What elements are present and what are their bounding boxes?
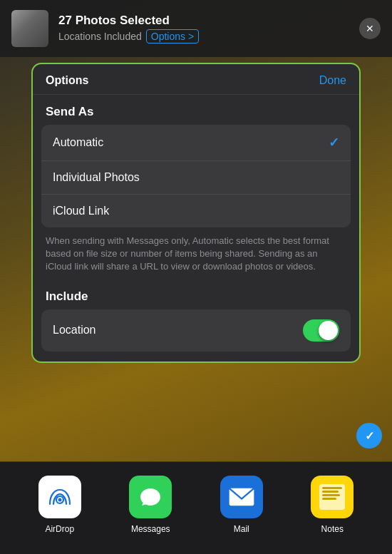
include-section: Include Location — [33, 284, 359, 352]
selection-check-circle: ✓ — [356, 423, 382, 448]
share-bar: AirDrop Messages Mail Notes — [0, 461, 392, 554]
check-circle-checkmark: ✓ — [365, 429, 374, 443]
location-item: Location — [41, 309, 351, 352]
options-panel-title: Options — [46, 74, 88, 87]
header-subtitle: Locations Included Options > — [58, 29, 359, 43]
individual-photos-label: Individual Photos — [53, 171, 140, 184]
mail-icon — [228, 488, 255, 506]
location-toggle[interactable] — [303, 319, 339, 342]
airdrop-icon-bg — [38, 476, 81, 518]
done-button[interactable]: Done — [319, 74, 346, 87]
description-text: When sending with Messages only, Automat… — [33, 227, 359, 284]
send-as-label: Send As — [33, 95, 359, 125]
location-label: Location — [53, 324, 96, 337]
notes-icon-bg — [311, 476, 354, 518]
messages-icon — [138, 484, 163, 510]
messages-icon-bg — [129, 476, 172, 518]
header-text: 27 Photos Selected Locations Included Op… — [58, 14, 359, 43]
notes-line-2 — [322, 491, 338, 493]
automatic-label: Automatic — [53, 136, 103, 149]
send-option-automatic[interactable]: Automatic ✓ — [41, 125, 351, 160]
notes-line-1 — [322, 487, 342, 489]
send-option-icloud[interactable]: iCloud Link — [41, 194, 351, 227]
options-link[interactable]: Options > — [146, 29, 199, 43]
photos-selected-title: 27 Photos Selected — [58, 14, 359, 28]
automatic-checkmark: ✓ — [329, 135, 339, 150]
thumbnail-image — [11, 10, 48, 47]
notes-label: Notes — [321, 524, 344, 534]
airdrop-icon — [47, 484, 73, 510]
close-button[interactable]: ✕ — [359, 18, 381, 39]
svg-point-1 — [58, 498, 61, 501]
send-option-individual[interactable]: Individual Photos — [41, 160, 351, 194]
airdrop-label: AirDrop — [45, 524, 74, 534]
mail-icon-bg — [220, 476, 263, 518]
thumbnail — [11, 10, 48, 47]
notes-line-3 — [322, 494, 340, 496]
mail-label: Mail — [234, 524, 249, 534]
include-label: Include — [33, 287, 359, 309]
options-panel-header: Options Done — [33, 64, 359, 95]
icloud-link-label: iCloud Link — [53, 205, 109, 217]
options-panel: Options Done Send As Automatic ✓ Individ… — [31, 63, 361, 363]
mail-share-item[interactable]: Mail — [220, 476, 263, 534]
notes-share-item[interactable]: Notes — [311, 476, 354, 534]
messages-label: Messages — [131, 524, 170, 534]
toggle-knob — [319, 321, 338, 340]
send-options-list: Automatic ✓ Individual Photos iCloud Lin… — [41, 125, 351, 227]
header-bar: 27 Photos Selected Locations Included Op… — [0, 0, 392, 57]
airdrop-share-item[interactable]: AirDrop — [38, 476, 81, 534]
notes-icon — [319, 484, 345, 510]
locations-included-text: Locations Included — [58, 31, 142, 42]
include-options-list: Location — [41, 309, 351, 352]
messages-share-item[interactable]: Messages — [129, 476, 172, 534]
notes-line-4 — [322, 498, 336, 500]
